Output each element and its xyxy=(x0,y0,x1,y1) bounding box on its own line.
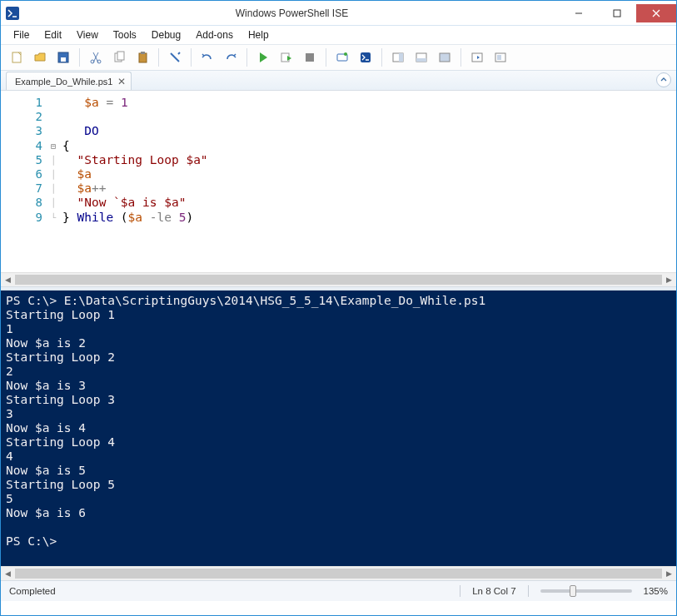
tab-label: Example_Do_While.ps1 xyxy=(15,77,112,87)
clear-button[interactable] xyxy=(164,47,186,68)
tab-close-icon[interactable]: ✕ xyxy=(117,77,126,87)
tab-bar: Example_Do_While.ps1 ✕ xyxy=(1,71,676,91)
launch-shell-button[interactable] xyxy=(355,47,376,68)
menu-tools[interactable]: Tools xyxy=(107,27,142,42)
close-button[interactable] xyxy=(636,4,676,22)
remote-button[interactable] xyxy=(331,47,353,68)
svg-point-17 xyxy=(344,52,347,56)
menu-view[interactable]: View xyxy=(71,27,104,42)
svg-rect-22 xyxy=(416,58,426,62)
layout-bottom-button[interactable] xyxy=(411,47,432,68)
svg-rect-23 xyxy=(440,53,450,62)
app-icon xyxy=(1,1,24,26)
svg-rect-13 xyxy=(141,52,145,54)
new-button[interactable] xyxy=(6,47,27,68)
window-title: Windows PowerShell ISE xyxy=(24,7,560,19)
zoom-thumb[interactable] xyxy=(570,585,576,597)
redo-button[interactable] xyxy=(220,47,241,68)
script-editor[interactable]: 123456789 ⊟││││└ $a = 1 DO{ "Starting Lo… xyxy=(1,91,676,272)
svg-rect-12 xyxy=(139,53,147,62)
menu-edit[interactable]: Edit xyxy=(38,27,67,42)
collapse-script-pane-button[interactable] xyxy=(656,72,671,87)
fold-gutter[interactable]: ⊟││││└ xyxy=(51,91,62,272)
console-pane: PS C:\> E:\Data\ScriptingGuys\2014\HSG_5… xyxy=(1,291,676,581)
zoom-level: 135% xyxy=(644,586,668,596)
copy-button[interactable] xyxy=(108,47,130,68)
run-button[interactable] xyxy=(252,47,274,68)
toolbar xyxy=(1,44,676,71)
scroll-left-arrow[interactable]: ◀ xyxy=(1,567,15,581)
scrollbar-thumb[interactable] xyxy=(15,569,662,579)
layout-full-button[interactable] xyxy=(434,47,455,68)
code-content[interactable]: $a = 1 DO{ "Starting Loop $a" $a $a++ "N… xyxy=(62,91,676,272)
svg-rect-11 xyxy=(117,52,124,60)
menu-help[interactable]: Help xyxy=(242,27,275,42)
cursor-position: Ln 8 Col 7 xyxy=(472,586,515,596)
svg-rect-2 xyxy=(614,10,620,17)
console-horizontal-scrollbar[interactable]: ◀ ▶ xyxy=(1,566,676,580)
menu-file[interactable]: File xyxy=(7,27,35,42)
show-command-button[interactable] xyxy=(466,47,488,68)
scroll-right-arrow[interactable]: ▶ xyxy=(662,567,676,581)
menu-debug[interactable]: Debug xyxy=(146,27,187,42)
svg-rect-18 xyxy=(361,52,371,62)
options-button[interactable] xyxy=(490,47,511,68)
status-bar: Completed Ln 8 Col 7 135% xyxy=(1,581,676,601)
menubar: FileEditViewToolsDebugAdd-onsHelp xyxy=(1,26,676,44)
console-output[interactable]: PS C:\> E:\Data\ScriptingGuys\2014\HSG_5… xyxy=(1,291,676,566)
script-tab[interactable]: Example_Do_While.ps1 ✕ xyxy=(6,72,132,90)
layout-right-button[interactable] xyxy=(387,47,409,68)
scroll-left-arrow[interactable]: ◀ xyxy=(1,273,15,287)
maximize-button[interactable] xyxy=(598,4,636,22)
titlebar: Windows PowerShell ISE xyxy=(1,1,676,26)
paste-button[interactable] xyxy=(132,47,153,68)
undo-button[interactable] xyxy=(197,47,218,68)
editor-horizontal-scrollbar[interactable]: ◀ ▶ xyxy=(1,272,676,286)
svg-rect-26 xyxy=(497,55,501,60)
svg-rect-15 xyxy=(306,53,314,62)
save-button[interactable] xyxy=(52,47,74,68)
minimize-button[interactable] xyxy=(560,4,598,22)
menu-addons[interactable]: Add-ons xyxy=(190,27,239,42)
line-number-gutter: 123456789 xyxy=(1,91,51,272)
cut-button[interactable] xyxy=(85,47,107,68)
svg-rect-7 xyxy=(61,57,66,62)
run-selection-button[interactable] xyxy=(276,47,297,68)
scrollbar-thumb[interactable] xyxy=(15,275,662,285)
zoom-slider[interactable] xyxy=(540,589,632,593)
status-message: Completed xyxy=(9,586,448,596)
scroll-right-arrow[interactable]: ▶ xyxy=(662,273,676,287)
stop-button[interactable] xyxy=(299,47,321,68)
open-button[interactable] xyxy=(29,47,51,68)
svg-rect-20 xyxy=(399,53,403,62)
